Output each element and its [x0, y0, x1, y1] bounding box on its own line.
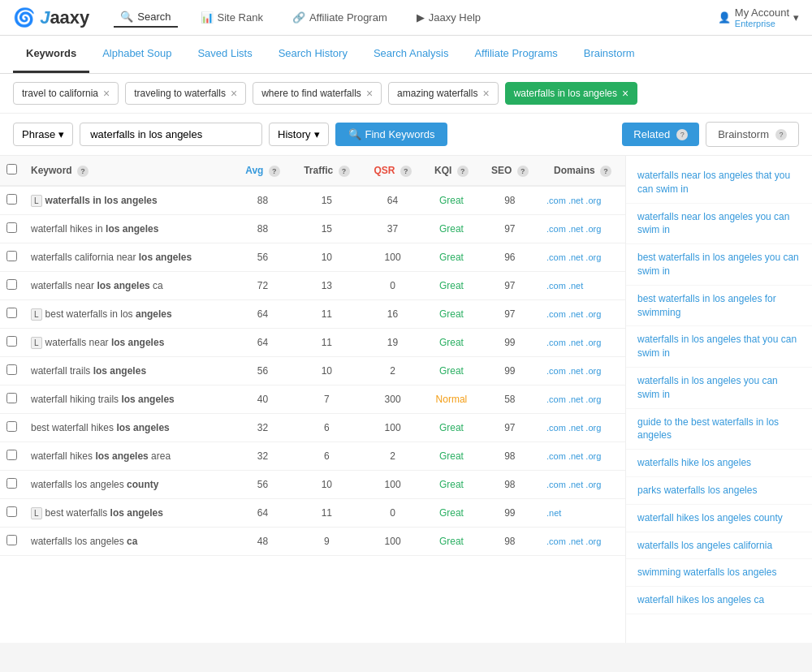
tag-close-icon[interactable]: ×	[366, 87, 373, 100]
l-badge: L	[31, 308, 42, 321]
row-domains: .com .net .org	[540, 215, 625, 243]
row-checkbox[interactable]	[6, 535, 17, 545]
nav-help[interactable]: ▶ Jaaxy Help	[410, 8, 487, 27]
table-row: waterfall hikes in los angeles881537Grea…	[0, 215, 625, 243]
sidebar-related-item[interactable]: best waterfalls in los angeles you can s…	[626, 244, 812, 286]
row-qsr: 300	[362, 386, 423, 414]
row-traffic: 15	[292, 186, 362, 215]
sidebar-related-item[interactable]: parks waterfalls los angeles	[626, 477, 812, 505]
my-account[interactable]: 👤 My Account Enterprise ▾	[718, 6, 799, 28]
sidebar-related-item[interactable]: waterfalls near los angeles that you can…	[626, 162, 812, 204]
row-traffic: 15	[292, 215, 362, 243]
info-icon[interactable]: ?	[676, 129, 688, 140]
sidebar-related-item[interactable]: waterfalls near los angeles you can swim…	[626, 204, 812, 245]
table-row: Lbest waterfalls los angeles64110Great99…	[0, 499, 625, 528]
info-icon[interactable]: ?	[339, 166, 350, 177]
row-qsr: 0	[362, 499, 423, 528]
info-icon[interactable]: ?	[77, 166, 89, 177]
l-badge: L	[31, 337, 42, 349]
sidebar-related-item[interactable]: waterfalls los angeles california	[626, 532, 812, 560]
row-checkbox[interactable]	[6, 450, 17, 460]
tag-traveling-waterfalls[interactable]: traveling to waterfalls ×	[125, 82, 246, 105]
related-button[interactable]: Related ?	[622, 123, 699, 146]
main-content: Keyword ? Avg ? Traffic ? QSR ? KQI ?	[0, 156, 812, 643]
history-dropdown[interactable]: History ▾	[269, 123, 328, 146]
info-icon[interactable]: ?	[600, 166, 611, 177]
info-icon[interactable]: ?	[269, 166, 280, 177]
row-checkbox[interactable]	[6, 222, 17, 233]
row-domains: .com .net	[540, 272, 625, 300]
row-seo: 97	[480, 215, 540, 243]
row-seo: 99	[480, 357, 540, 386]
row-checkbox[interactable]	[6, 336, 17, 347]
brainstorm-button[interactable]: Brainstorm ?	[706, 122, 799, 147]
row-checkbox[interactable]	[6, 421, 17, 432]
top-nav: 🌀 Jaaxy 🔍 Search 📊 Site Rank 🔗 Affiliate…	[0, 0, 812, 36]
nav-site-rank[interactable]: 📊 Site Rank	[194, 8, 270, 27]
l-badge: L	[31, 507, 42, 519]
info-icon[interactable]: ?	[400, 166, 412, 177]
sidebar-related-item[interactable]: waterfalls in los angeles you can swim i…	[626, 368, 812, 409]
row-traffic: 6	[292, 414, 362, 442]
row-traffic: 10	[292, 471, 362, 499]
row-seo: 98	[480, 528, 540, 556]
chevron-down-icon: ▾	[58, 128, 64, 140]
row-checkbox[interactable]	[6, 506, 17, 517]
row-checkbox[interactable]	[6, 393, 17, 403]
tag-close-icon[interactable]: ×	[482, 87, 489, 100]
row-checkbox[interactable]	[6, 364, 17, 375]
sidebar-related-item[interactable]: swimming waterfalls los angeles	[626, 559, 812, 587]
row-keyword: waterfalls los angeles ca	[24, 528, 234, 556]
phrase-dropdown[interactable]: Phrase ▾	[13, 123, 73, 146]
tag-close-icon[interactable]: ×	[622, 87, 628, 100]
row-checkbox[interactable]	[6, 279, 17, 290]
sidebar-related-item[interactable]: best waterfalls in los angeles for swimm…	[626, 286, 812, 327]
row-kqi: Great	[423, 186, 480, 215]
row-qsr: 16	[362, 300, 423, 329]
l-badge: L	[31, 195, 42, 207]
info-icon[interactable]: ?	[457, 166, 469, 177]
tab-affiliate-programs[interactable]: Affiliate Programs	[461, 36, 570, 73]
info-icon[interactable]: ?	[517, 166, 529, 177]
row-checkbox[interactable]	[6, 308, 17, 318]
sidebar-related-item[interactable]: waterfalls hike los angeles	[626, 450, 812, 477]
row-avg: 88	[234, 215, 292, 243]
row-keyword: Lbest waterfalls los angeles	[24, 499, 234, 528]
sidebar-related-item[interactable]: waterfall hikes los angeles county	[626, 505, 812, 532]
chevron-down-icon: ▾	[314, 128, 320, 140]
col-qsr: QSR ?	[362, 156, 423, 186]
tab-alphabet-soup[interactable]: Alphabet Soup	[89, 36, 184, 73]
results-table-area: Keyword ? Avg ? Traffic ? QSR ? KQI ?	[0, 156, 625, 643]
row-seo: 98	[480, 186, 540, 215]
row-checkbox[interactable]	[6, 478, 17, 489]
row-kqi: Great	[423, 272, 480, 300]
nav-affiliate-program[interactable]: 🔗 Affiliate Program	[286, 8, 394, 27]
find-keywords-button[interactable]: 🔍 Find Keywords	[335, 123, 448, 146]
col-kqi: KQI ?	[423, 156, 480, 186]
row-keyword: waterfalls california near los angeles	[24, 243, 234, 272]
tag-waterfalls-la[interactable]: waterfalls in los angeles ×	[505, 82, 638, 105]
select-all-checkbox[interactable]	[6, 164, 17, 174]
tag-close-icon[interactable]: ×	[231, 87, 237, 100]
tag-amazing-waterfalls[interactable]: amazing waterfalls ×	[388, 82, 499, 105]
tab-keywords[interactable]: Keywords	[13, 36, 89, 73]
sidebar-related-item[interactable]: guide to the best waterfalls in los ange…	[626, 409, 812, 450]
sidebar-related-item[interactable]: waterfall hikes los angeles ca	[626, 587, 812, 614]
tag-where-find-waterfalls[interactable]: where to find waterfalls ×	[253, 82, 382, 105]
tab-saved-lists[interactable]: Saved Lists	[184, 36, 265, 73]
sidebar-related-item[interactable]: waterfalls in los angeles that you can s…	[626, 326, 812, 368]
info-icon[interactable]: ?	[775, 129, 787, 140]
table-row: Lwaterfalls near los angeles641119Great9…	[0, 329, 625, 357]
search-input[interactable]	[80, 123, 262, 146]
tab-search-analysis[interactable]: Search Analysis	[361, 36, 462, 73]
row-domains: .com .net .org	[540, 243, 625, 272]
row-checkbox[interactable]	[6, 194, 17, 205]
nav-search[interactable]: 🔍 Search	[114, 7, 177, 28]
tab-search-history[interactable]: Search History	[266, 36, 361, 73]
sidebar-related: waterfalls near los angeles that you can…	[625, 156, 812, 643]
row-checkbox[interactable]	[6, 251, 17, 261]
tag-travel-california[interactable]: travel to california ×	[13, 82, 119, 105]
tab-brainstorm[interactable]: Brainstorm	[571, 36, 648, 73]
tag-close-icon[interactable]: ×	[103, 87, 110, 100]
table-row: waterfalls california near los angeles56…	[0, 243, 625, 272]
